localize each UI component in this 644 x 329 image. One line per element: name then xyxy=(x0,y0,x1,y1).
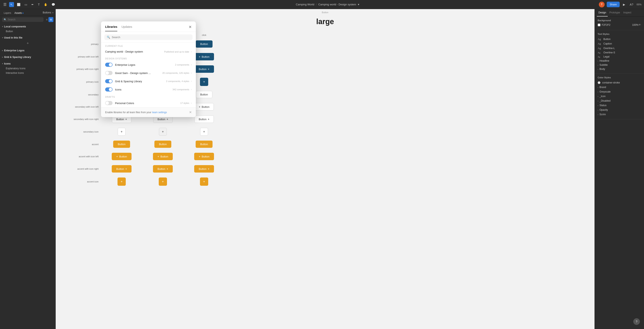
color-style-brand[interactable]: ▸ Brand xyxy=(598,85,641,90)
button-air-click[interactable]: Button + xyxy=(194,165,214,172)
button-ail-hover[interactable]: + Button xyxy=(153,153,173,160)
text-style-button[interactable]: Ag Button xyxy=(598,37,641,42)
color-style-disabled[interactable]: ▸ _Disabled xyxy=(598,98,641,103)
toggle-enterprise-logos[interactable] xyxy=(105,63,112,67)
menu-button[interactable]: ☰ xyxy=(2,2,8,8)
cell-ai-click[interactable]: + xyxy=(184,176,225,188)
cell-accent-default[interactable]: Button xyxy=(101,138,142,150)
modal-close-button[interactable]: ✕ xyxy=(188,25,192,32)
tab-assets[interactable]: Assets xyxy=(13,11,25,16)
modal-search-input[interactable] xyxy=(112,36,190,39)
button-sir-click[interactable]: Button + xyxy=(194,116,214,123)
color-style-greyscale[interactable]: ▸ Greyscale xyxy=(598,90,641,94)
cell-air-hover[interactable]: Button + xyxy=(142,163,184,174)
comment-tool[interactable]: 💬 xyxy=(50,2,56,7)
button-si-hover[interactable]: + xyxy=(159,128,167,136)
modal-item-good-sam[interactable]: Good Sam - Design system ... 20 componen… xyxy=(101,69,196,77)
pen-tool[interactable]: ✒ xyxy=(30,2,35,7)
cell-air-click[interactable]: Button + xyxy=(184,163,225,174)
text-style-body[interactable]: ▸ Body xyxy=(598,67,641,71)
interactive-icons-item[interactable]: Interactive Icons xyxy=(0,71,56,75)
button-ai-hover[interactable]: + xyxy=(159,178,167,186)
text-style-caption[interactable]: Ag Caption xyxy=(598,42,641,46)
cell-accent-hover[interactable]: Button xyxy=(142,138,184,150)
cell-accent-click[interactable]: Button xyxy=(184,138,225,150)
button-si-default[interactable]: + xyxy=(118,128,126,136)
button-air-hover[interactable]: Button + xyxy=(153,165,173,172)
tab-design[interactable]: Design xyxy=(597,9,608,16)
button-air-default[interactable]: Button + xyxy=(112,165,132,172)
zoom-control[interactable]: 66% xyxy=(636,3,642,6)
button-si-click[interactable]: + xyxy=(200,128,208,136)
button-secondary-click[interactable]: Button xyxy=(196,91,212,98)
toggle-good-sam[interactable] xyxy=(105,71,112,75)
button-ai-click[interactable]: + xyxy=(200,178,208,186)
button-primary-click[interactable]: Button xyxy=(196,40,212,48)
text-style-overline-s[interactable]: Ag Overline-S xyxy=(598,50,641,55)
color-style-icon[interactable]: ▸ _Icon xyxy=(598,94,641,98)
text-style-legal[interactable]: Ag Legal xyxy=(598,55,641,59)
button-pi-click[interactable]: + xyxy=(200,78,208,86)
button-pir-click[interactable]: Button + xyxy=(194,65,214,73)
toggle-personal-colors[interactable] xyxy=(105,101,112,105)
team-settings-link[interactable]: team settings xyxy=(152,111,167,114)
accessibility-button[interactable]: A? xyxy=(628,2,634,7)
button-accent-hover[interactable]: Button xyxy=(154,140,171,148)
button-ail-click[interactable]: + Button xyxy=(194,153,214,160)
tab-inspect[interactable]: Inspect xyxy=(622,9,633,16)
grid-spacing-header[interactable]: ▸ Grid & Spacing Library xyxy=(0,55,56,60)
modal-tab-libraries[interactable]: Libraries xyxy=(105,25,117,31)
modal-item-personal-colors[interactable]: Personal Colors 17 styles › xyxy=(101,99,196,107)
text-style-subtitle[interactable]: ▸ Subtitle xyxy=(598,63,641,67)
color-style-status[interactable]: ▸ Status xyxy=(598,103,641,108)
share-button[interactable]: Share xyxy=(607,2,620,7)
cell-ai-default[interactable]: + xyxy=(101,176,142,188)
help-button[interactable]: ? xyxy=(633,318,640,325)
cursor-tool[interactable]: ↖ xyxy=(9,2,14,7)
text-tool[interactable]: T xyxy=(37,2,41,7)
toggle-grid-spacing[interactable] xyxy=(105,79,112,83)
button-sil-click[interactable]: + Button xyxy=(194,103,214,110)
explanatory-icons-item[interactable]: Explanatory Icons xyxy=(0,66,56,71)
breadcrumb-arrow[interactable]: ▾ xyxy=(52,12,54,14)
visibility-toggle[interactable]: 👁 xyxy=(638,23,641,26)
cell-si-default[interactable]: + xyxy=(101,126,142,138)
cell-ail-default[interactable]: + Button xyxy=(101,151,142,162)
frame-tool[interactable]: ⬜ xyxy=(16,2,22,7)
tab-prototype[interactable]: Prototype xyxy=(608,9,622,16)
cell-ail-hover[interactable]: + Button xyxy=(142,151,184,162)
shape-tool[interactable]: ▭ xyxy=(23,2,28,7)
icons-section-header[interactable]: ▾ Icons xyxy=(0,61,56,66)
modal-item-icons[interactable]: Icons 342 components › xyxy=(101,85,196,94)
color-style-opacity[interactable]: ▸ Opacity xyxy=(598,108,641,112)
cell-si-hover[interactable]: + xyxy=(142,126,184,138)
text-style-overline-l[interactable]: Ag Overline-L xyxy=(598,46,641,50)
color-style-scrim[interactable]: ▸ Scrim xyxy=(598,112,641,117)
cell-si-click[interactable]: + xyxy=(184,126,225,138)
component-button[interactable]: Button xyxy=(0,29,56,34)
text-style-headline[interactable]: ▸ Headline xyxy=(598,59,641,63)
cell-ai-hover[interactable]: + xyxy=(142,176,184,188)
button-accent-click[interactable]: Button xyxy=(196,140,212,148)
modal-item-enterprise-logos[interactable]: Enterprise Logos 2 components › xyxy=(101,60,196,69)
grid-view-button[interactable]: ⊞ xyxy=(48,17,54,22)
hand-tool[interactable]: ✋ xyxy=(43,2,49,7)
background-swatch[interactable] xyxy=(598,24,600,26)
modal-item-grid-spacing[interactable]: Grid & Spacing Library 2 components, 4 s… xyxy=(101,77,196,85)
file-dropdown-arrow[interactable]: ▾ xyxy=(358,3,359,6)
toggle-icons[interactable] xyxy=(105,88,112,92)
used-in-file-header[interactable]: ▾ Used in this file xyxy=(0,35,56,40)
button-ai-default[interactable]: + xyxy=(118,178,126,186)
button-pil-click[interactable]: + Button xyxy=(194,53,214,60)
add-library-button[interactable]: + xyxy=(26,41,30,46)
modal-tab-updates[interactable]: Updates xyxy=(122,25,132,31)
button-ail-default[interactable]: + Button xyxy=(112,153,132,160)
color-style-container-stroke[interactable]: container-stroke xyxy=(598,80,641,85)
cell-ail-click[interactable]: + Button xyxy=(184,151,225,162)
local-components-header[interactable]: ▾ Local components xyxy=(0,24,56,29)
enterprise-logos-header[interactable]: ▸ Enterprise Logos xyxy=(0,48,56,53)
modal-current-file-item[interactable]: Camping world - Design system Published … xyxy=(101,48,196,55)
play-button[interactable]: ▶ xyxy=(622,2,626,7)
cell-air-default[interactable]: Button + xyxy=(101,163,142,174)
search-input[interactable] xyxy=(8,18,42,21)
